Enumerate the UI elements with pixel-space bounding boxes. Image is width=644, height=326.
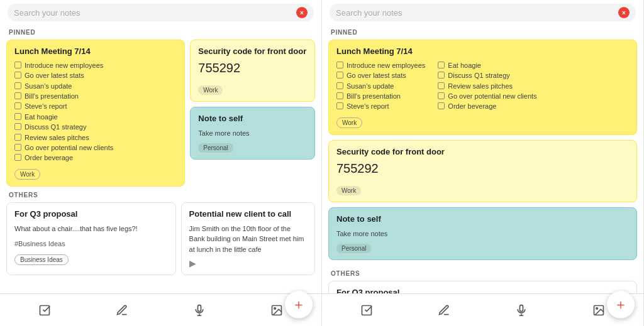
list-item: Bill's presentation [14,92,177,101]
pencil-icon-left[interactable] [113,302,131,319]
image-icon-left[interactable] [268,302,286,319]
svg-point-11 [596,307,597,309]
search-area-right: Search your notes × [322,0,643,24]
list-item: Susan's update [14,82,177,91]
search-placeholder-right: Search your notes [336,8,402,18]
list-item: Eat hoagie [438,61,536,70]
search-area-left: Search your notes × [0,0,321,24]
checkbox-icon-left[interactable] [36,302,53,319]
q3-body-left: What about a chair....that has five legs… [14,224,168,234]
close-button-right[interactable]: × [618,7,630,18]
note-self-title-left: Note to self [198,114,307,124]
pinned-notes-left: Lunch Meeting 7/14 Introduce new employe… [6,40,315,187]
toolbar-left [0,293,321,326]
q3-tag-hash-left: #Business Ideas [14,239,168,249]
scroll-area-right: PINNED Lunch Meeting 7/14 Introduce new … [322,24,643,326]
list-item: Review sales pitches [438,82,536,91]
image-icon-right[interactable] [590,302,608,319]
security-title-right: Security code for front door [336,147,629,158]
lunch-title-left: Lunch Meeting 7/14 [14,46,177,57]
work-tag-security-left: Work [198,85,223,95]
note-self-body-left: Take more notes [198,128,307,139]
others-label-right: OTHERS [328,265,637,281]
client-title-left: Potential new client to call [189,209,307,220]
svg-rect-7 [519,305,523,311]
work-tag-right: Work [336,117,362,128]
business-ideas-tag-left: Business Ideas [14,254,69,265]
list-item: Steve's report [14,102,177,111]
close-button-left[interactable]: × [296,7,308,18]
security-card-left[interactable]: Security code for front door 755292 Work [190,40,315,102]
list-item: Susan's update [336,82,425,91]
list-item: Review sales pitches [14,133,177,143]
fab-left[interactable]: ＋ [285,291,313,318]
fab-plus-icon-left: ＋ [292,298,306,312]
list-item: Discuss Q1 strategy [438,71,536,80]
microphone-icon-right[interactable] [513,302,530,319]
q3-title-left: For Q3 proposal [14,209,168,220]
svg-rect-6 [362,305,372,315]
note-self-card-right[interactable]: Note to self Take more notes Personal [328,207,637,260]
fab-right[interactable]: ＋ [607,291,635,318]
security-title-left: Security code for front door [198,46,307,57]
search-bar-left[interactable]: Search your notes × [8,4,314,21]
right-panel: Search your notes × PINNED Lunch Meeting… [322,0,644,326]
note-to-self-card-left[interactable]: Note to self Take more notes Personal [190,107,315,160]
search-bar-right[interactable]: Search your notes × [330,4,636,21]
left-panel: Search your notes × PINNED Lunch Meeting… [0,0,322,326]
list-item: Go over potential new clients [14,143,177,153]
lunch-title-right: Lunch Meeting 7/14 [336,46,629,57]
list-item: Go over potential new clients [438,92,536,101]
fab-plus-icon-right: ＋ [614,298,628,312]
right-col-left: Security code for front door 755292 Work… [190,40,315,187]
client-body-left: Jim Smith on the 10th floor of the Bank … [189,224,307,255]
list-item: Steve's report [336,102,425,111]
q3-card-left[interactable]: For Q3 proposal What about a chair....th… [6,202,176,275]
note-self-title-right: Note to self [336,214,629,225]
lunch-meeting-card-right[interactable]: Lunch Meeting 7/14 Introduce new employe… [328,40,637,135]
toolbar-right [322,293,643,326]
microphone-icon-left[interactable] [191,302,208,319]
pinned-label-right: PINNED [328,24,637,40]
security-code-right: 755292 [336,161,629,176]
pencil-icon-right[interactable] [435,302,453,319]
arrow-icon-left: ▶ [189,258,307,268]
search-placeholder-left: Search your notes [14,8,80,18]
list-item: Bill's presentation [336,92,425,101]
pinned-label-left: PINNED [6,24,315,40]
list-item: Order beverage [438,102,536,111]
security-code-left: 755292 [198,61,307,75]
others-notes-left: For Q3 proposal What about a chair....th… [6,202,315,275]
personal-tag-right: Personal [336,244,371,253]
note-self-body-right: Take more notes [336,229,629,239]
work-tag-security-right: Work [336,186,361,195]
list-item: Go over latest stats [14,71,177,80]
svg-point-5 [274,307,275,309]
lunch-meeting-card-left[interactable]: Lunch Meeting 7/14 Introduce new employe… [6,40,185,187]
scroll-area-left: PINNED Lunch Meeting 7/14 Introduce new … [0,24,321,326]
client-card-left[interactable]: Potential new client to call Jim Smith o… [181,202,315,275]
checkbox-icon-right[interactable] [358,302,375,319]
work-tag-left: Work [14,169,40,180]
list-item: Discuss Q1 strategy [14,122,177,132]
list-item: Eat hoagie [14,112,177,122]
list-item: Introduce new employees [14,61,177,70]
security-card-right[interactable]: Security code for front door 755292 Work [328,140,637,202]
svg-rect-1 [197,305,201,311]
others-label-left: OTHERS [6,187,315,202]
personal-tag-left: Personal [198,143,233,153]
list-item: Go over latest stats [336,71,425,80]
list-item: Introduce new employees [336,61,425,70]
svg-rect-0 [40,305,50,315]
list-item: Order beverage [14,153,177,163]
